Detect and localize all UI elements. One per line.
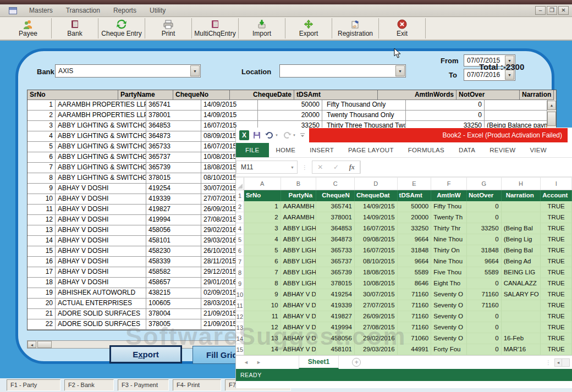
cell-g[interactable]: 71160 (467, 289, 502, 300)
column-letter[interactable]: G (467, 178, 502, 190)
cell-g[interactable]: 0 (467, 333, 502, 344)
menu-transaction[interactable]: Transaction (59, 5, 107, 16)
cell-f[interactable]: Thirty On (431, 245, 467, 256)
redo-icon[interactable]: ▼ (282, 131, 296, 139)
cell-a[interactable]: 6 (244, 256, 281, 267)
sheet-row[interactable]: 5 4 ABBY LIGH 364873 09/08/2015 9664 Nin… (236, 234, 572, 245)
cell-c[interactable]: 419339 (316, 300, 355, 311)
cell-e[interactable]: 9664 (398, 234, 432, 245)
cell-g[interactable]: 71160 (467, 300, 502, 311)
cell-i[interactable]: TRUE (541, 322, 572, 333)
cell-b[interactable]: ABHAY V D (281, 333, 317, 344)
cell-a[interactable]: 14 (244, 344, 281, 355)
menu-utility[interactable]: Utility (143, 5, 172, 16)
row-number[interactable]: 15 (236, 344, 244, 355)
cell-g[interactable]: 31848 (467, 245, 502, 256)
cell-h[interactable] (502, 300, 541, 311)
cell-h[interactable]: (Being Lig (502, 234, 541, 245)
cell-e[interactable]: 9664 (398, 256, 432, 267)
row-number[interactable]: 8 (236, 267, 244, 278)
row-number[interactable]: 7 (236, 256, 244, 267)
cell-b[interactable]: ABHAY V D (281, 300, 317, 311)
grid-header-cell[interactable]: ChequeNo (173, 90, 230, 100)
cell-f[interactable]: Twenty Th (431, 212, 467, 223)
sheet-header-cell[interactable]: SrNo (244, 190, 281, 201)
cell-f[interactable]: Thirty Thr (431, 223, 467, 234)
cell-b[interactable]: ABBY LIGH (281, 245, 317, 256)
table-row[interactable]: 1 AARAMBH PROPERTIES LLP 365741 14/09/20… (28, 100, 556, 111)
cell-b[interactable]: AARAMBH (281, 201, 317, 212)
cell-i[interactable]: TRUE (541, 311, 572, 322)
cell-d[interactable]: 30/07/2015 (355, 289, 398, 300)
sheet-row[interactable]: 10 9 ABHAY V D 419254 30/07/2015 71160 S… (236, 289, 572, 300)
cell-e[interactable]: 31848 (398, 245, 432, 256)
cell-c[interactable]: 419254 (316, 289, 355, 300)
cell-e[interactable]: 71160 (398, 300, 432, 311)
cell-a[interactable]: 12 (244, 322, 281, 333)
cell-h[interactable] (502, 311, 541, 322)
tab-view[interactable]: VIEW (522, 143, 554, 157)
row-number[interactable]: 4 (236, 223, 244, 234)
cell-i[interactable]: TRUE (541, 212, 572, 223)
row-number[interactable]: 12 (236, 311, 244, 322)
sheet-row[interactable]: 7 6 ABBY LIGH 365737 08/10/2015 9664 Nin… (236, 256, 572, 267)
cell-h[interactable]: (Being Bal (502, 245, 541, 256)
scroll-left-icon[interactable]: ◄ (28, 341, 36, 348)
tab-home[interactable]: HOME (269, 143, 303, 157)
menu-masters[interactable]: Masters (23, 5, 59, 16)
cell-h[interactable]: SALARY FO (502, 289, 541, 300)
cell-e[interactable]: 71060 (398, 333, 432, 344)
sheet-nav-right-icon[interactable]: ► (256, 360, 261, 365)
column-letter[interactable]: I (541, 178, 572, 190)
sheet-row[interactable]: 9 8 ABBY LIGH 378015 10/08/2015 8646 Eig… (236, 278, 572, 289)
cell-i[interactable]: TRUE (541, 344, 572, 355)
cell-i[interactable]: TRUE (541, 278, 572, 289)
cell-h[interactable] (502, 201, 541, 212)
cell-f[interactable]: Seventy O (431, 322, 467, 333)
menu-reports[interactable]: Reports (107, 5, 143, 16)
column-letter[interactable]: A (244, 178, 281, 190)
cell-a[interactable]: 3 (244, 223, 281, 234)
sheet-row[interactable]: 6 5 ABBY LIGH 365733 16/07/2015 31848 Th… (236, 245, 572, 256)
column-letter[interactable]: F (431, 178, 467, 190)
scrollbar-thumb[interactable] (547, 112, 556, 126)
cell-f[interactable]: Eight Tho (431, 278, 467, 289)
cell-f[interactable]: Fifty Thou (431, 201, 467, 212)
add-sheet-icon[interactable]: + (352, 358, 361, 367)
cell-e[interactable]: 20000 (398, 212, 432, 223)
sheet-row[interactable]: 13 12 ABHAY V D 419994 27/08/2015 71160 … (236, 322, 572, 333)
cell-c[interactable]: 365741 (316, 201, 355, 212)
cell-h[interactable] (502, 212, 541, 223)
cell-a[interactable]: 11 (244, 311, 281, 322)
grid-header-cell[interactable]: PartyName (118, 90, 173, 100)
row-number[interactable]: 3 (236, 212, 244, 223)
grid-header-cell[interactable]: tDSAmt (294, 90, 378, 100)
cell-c[interactable]: 378015 (316, 278, 355, 289)
cell-f[interactable]: Seventy O (431, 300, 467, 311)
cell-a[interactable]: 2 (244, 212, 281, 223)
cell-i[interactable]: TRUE (541, 267, 572, 278)
cell-b[interactable]: ABBY LIGH (281, 267, 317, 278)
grid-header-cell[interactable]: SrNo (28, 90, 118, 100)
multi-cheque-entry-button[interactable]: MultiChqEntry (193, 17, 238, 40)
cell-f[interactable]: Seventy O (431, 333, 467, 344)
sheet-header-cell[interactable]: AmtInW (431, 190, 467, 201)
row-number[interactable]: 5 (236, 234, 244, 245)
chevron-down-icon[interactable]: ▼ (395, 65, 405, 76)
table-row[interactable]: 2 AARAMBH PROPERTIES LLP 378001 14/09/20… (28, 111, 556, 121)
tab-formulas[interactable]: FORMULAS (401, 143, 452, 157)
cell-i[interactable]: TRUE (541, 223, 572, 234)
cell-h[interactable]: MAR'16 (502, 344, 541, 355)
cell-g[interactable]: 0 (467, 322, 502, 333)
sheet-header-cell[interactable]: tDSAmt (398, 190, 432, 201)
cell-a[interactable]: 5 (244, 245, 281, 256)
grid-header-cell[interactable]: ChequeDate (230, 90, 294, 100)
import-button[interactable]: Import (239, 17, 284, 40)
sheet-row[interactable]: 12 11 ABHAY V D 419827 26/09/2015 71160 … (236, 311, 572, 322)
cell-b[interactable]: ABHAY V D (281, 344, 317, 355)
cell-b[interactable]: ABBY LIGH (281, 234, 317, 245)
restore-button[interactable]: ❐ (547, 6, 557, 15)
row-number[interactable]: 10 (236, 289, 244, 300)
column-letter[interactable]: C (316, 178, 355, 190)
cell-e[interactable]: 71160 (398, 322, 432, 333)
